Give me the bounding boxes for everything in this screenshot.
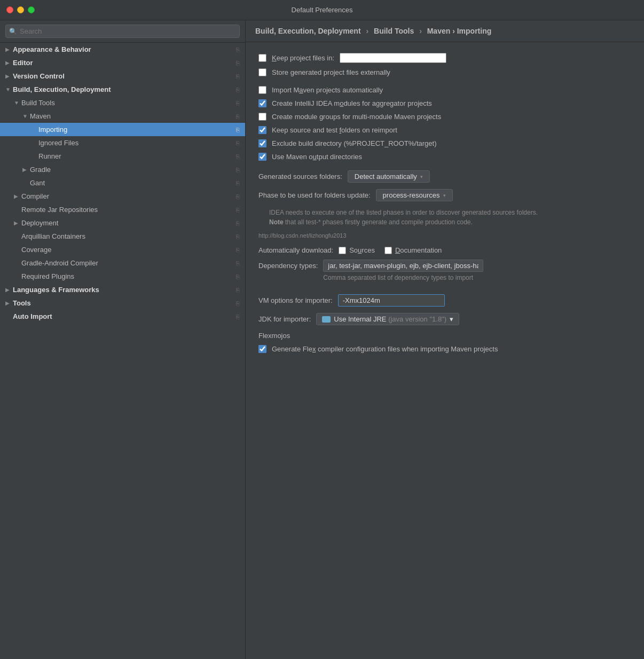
generated-sources-dropdown[interactable]: Detect automatically ▾ [348, 170, 430, 183]
sidebar-item-ignored-files[interactable]: Ignored Files⎘ [0, 136, 245, 150]
folder-icon: ⎘ [236, 153, 240, 160]
exclude-build-dir-checkbox[interactable] [258, 139, 266, 147]
idea-note-line2-partial: that all test-* phases firstly generate … [285, 218, 473, 226]
sidebar-item-label: Maven [30, 112, 236, 120]
jdk-importer-value: Use Internal JRE (java version "1.8") [334, 315, 446, 323]
create-module-groups-checkbox[interactable] [258, 113, 266, 121]
sidebar-item-arquillian-containers[interactable]: Arquillian Containers⎘ [0, 230, 245, 243]
sidebar-item-label: Runner [38, 152, 236, 160]
breadcrumb-sep-1: › [366, 27, 368, 35]
folder-icon: ⎘ [236, 180, 240, 186]
dropdown-caret-icon: ▾ [420, 174, 423, 179]
phase-update-label: Phase to be used for folders update: [258, 191, 371, 199]
maximize-button[interactable] [28, 6, 35, 13]
folder-icon: ⎘ [236, 193, 240, 200]
generated-sources-row: Generated sources folders: Detect automa… [258, 170, 631, 183]
sidebar-item-label: Gradle-Android Compiler [21, 259, 236, 267]
flexmojos-option: Generate Flex compiler configuration fil… [258, 345, 631, 353]
option-import-maven-auto: Import Maven projects automatically [258, 86, 631, 94]
sidebar-item-coverage[interactable]: Coverage⎘ [0, 243, 245, 256]
idea-note-line1: IDEA needs to execute one of the listed … [269, 209, 538, 216]
jdk-dropdown-caret-icon: ▾ [450, 315, 453, 323]
sidebar-item-required-plugins[interactable]: Required Plugins⎘ [0, 270, 245, 283]
documentation-checkbox[interactable] [384, 247, 392, 254]
sidebar-item-label: Languages & Frameworks [13, 286, 236, 294]
jdk-importer-dropdown[interactable]: Use Internal JRE (java version "1.8") ▾ [316, 313, 459, 325]
keep-source-folders-label: Keep source and test folders on reimport [272, 126, 397, 134]
sidebar-item-compiler[interactable]: ▶Compiler⎘ [0, 190, 245, 203]
sidebar-item-label: Version Control [13, 72, 236, 80]
phase-update-dropdown[interactable]: process-resources ▾ [376, 189, 453, 201]
flexmojos-checkbox[interactable] [258, 345, 266, 353]
create-module-groups-label: Create module groups for multi-module Ma… [272, 113, 441, 121]
phase-update-row: Phase to be used for folders update: pro… [258, 189, 631, 201]
dependency-types-helper: Comma separated list of dependency types… [323, 273, 483, 283]
arrow-icon: ▼ [5, 87, 13, 92]
traffic-lights [6, 6, 35, 13]
option-create-intellij-modules: Create IntelliJ IDEA modules for aggrega… [258, 99, 631, 107]
sidebar-item-build-execution-deployment[interactable]: ▼Build, Execution, Deployment⎘ [0, 83, 245, 96]
sidebar-item-label: Ignored Files [38, 139, 236, 147]
minimize-button[interactable] [17, 6, 24, 13]
sidebar-item-label: Importing [38, 125, 236, 134]
store-generated-label: Store generated project files externally [272, 68, 390, 76]
sidebar-item-maven[interactable]: ▼Maven⎘ [0, 109, 245, 123]
dependency-types-input[interactable] [323, 260, 483, 272]
create-intellij-modules-checkbox[interactable] [258, 99, 266, 107]
sidebar-item-editor[interactable]: ▶Editor⎘ [0, 56, 245, 69]
arrow-icon: ▶ [5, 60, 13, 66]
use-maven-output-checkbox[interactable] [258, 153, 266, 161]
sidebar-item-gradle[interactable]: ▶Gradle⎘ [0, 163, 245, 176]
sidebar-item-runner[interactable]: Runner⎘ [0, 150, 245, 163]
arrow-icon: ▶ [5, 73, 13, 79]
sidebar-item-remote-jar-repositories[interactable]: Remote Jar Repositories⎘ [0, 203, 245, 216]
jdk-importer-label: JDK for importer: [258, 315, 311, 323]
vm-options-input[interactable] [338, 294, 445, 307]
sidebar-item-appearance-behavior[interactable]: ▶Appearance & Behavior⎘ [0, 43, 245, 56]
folder-icon: ⎘ [236, 287, 240, 293]
sidebar-item-gradle-android-compiler[interactable]: Gradle-Android Compiler⎘ [0, 256, 245, 270]
keep-source-folders-checkbox[interactable] [258, 126, 266, 134]
content-body: Keep project files in: Store generated p… [246, 42, 644, 659]
search-input[interactable] [5, 25, 240, 38]
vm-options-row: VM options for importer: [258, 294, 631, 307]
folder-icon: ⎘ [236, 127, 240, 133]
folder-icon: ⎘ [236, 167, 240, 173]
folder-icon: ⎘ [236, 87, 240, 93]
folder-icon: ⎘ [236, 220, 240, 226]
folder-icon: ⎘ [236, 113, 240, 120]
import-maven-auto-label: Import Maven projects automatically [272, 86, 383, 94]
arrow-icon: ▶ [14, 220, 21, 226]
sidebar-item-label: Editor [13, 59, 236, 67]
sidebar-item-tools[interactable]: ▶Tools⎘ [0, 296, 245, 310]
option-exclude-build-dir: Exclude build directory (%PROJECT_ROOT%/… [258, 139, 631, 147]
keep-project-files-checkbox[interactable] [258, 54, 266, 62]
auto-download-checkboxes: Sources Documentation [339, 246, 442, 254]
sidebar-item-build-tools[interactable]: ▼Build Tools⎘ [0, 96, 245, 109]
sources-checkbox[interactable] [339, 247, 346, 254]
sidebar-item-label: Compiler [21, 192, 236, 200]
import-maven-auto-checkbox[interactable] [258, 86, 266, 94]
arrow-icon: ▶ [5, 287, 13, 293]
store-generated-checkbox[interactable] [258, 68, 266, 76]
nav-tree: ▶Appearance & Behavior⎘▶Editor⎘▶Version … [0, 43, 245, 323]
keep-project-files-input[interactable] [340, 53, 446, 63]
breadcrumb-sep-2: › [419, 27, 422, 35]
sidebar-item-auto-import[interactable]: Auto Import⎘ [0, 310, 245, 323]
flexmojos-header: Flexmojos [258, 332, 631, 340]
flexmojos-option-label: Generate Flex compiler configuration fil… [272, 345, 498, 353]
arrow-icon: ▼ [14, 100, 21, 106]
sidebar-item-deployment[interactable]: ▶Deployment⎘ [0, 216, 245, 230]
vm-options-label: VM options for importer: [258, 296, 333, 304]
search-bar: 🔍 [0, 20, 245, 43]
sidebar-item-gant[interactable]: Gant⎘ [0, 176, 245, 190]
auto-download-row: Automatically download: Sources Document… [258, 246, 631, 254]
sidebar-item-version-control[interactable]: ▶Version Control⎘ [0, 69, 245, 83]
sidebar-item-languages-frameworks[interactable]: ▶Languages & Frameworks⎘ [0, 283, 245, 296]
sidebar-item-label: Deployment [21, 219, 236, 227]
option-store-generated: Store generated project files externally [258, 68, 631, 76]
option-create-module-groups: Create module groups for multi-module Ma… [258, 113, 631, 121]
close-button[interactable] [6, 6, 13, 13]
auto-download-label: Automatically download: [258, 246, 333, 254]
sidebar-item-importing[interactable]: Importing⎘ [0, 123, 245, 136]
